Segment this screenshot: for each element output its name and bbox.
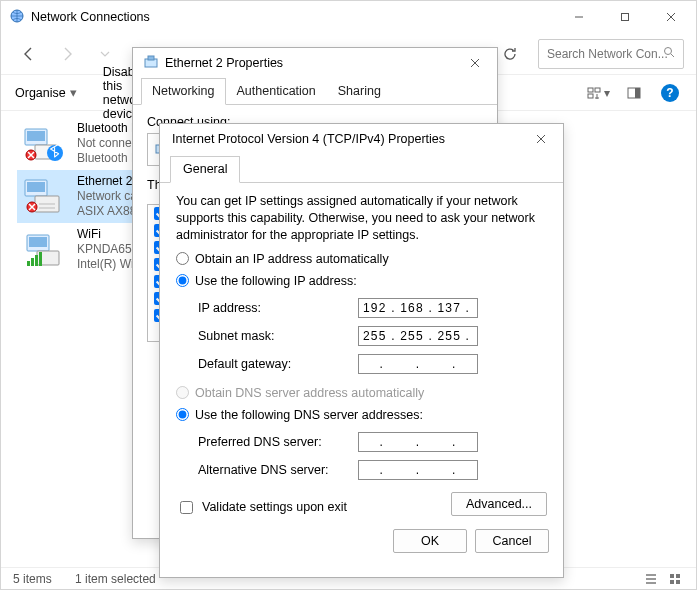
search-input[interactable]: Search Network Con... [538,39,684,69]
window-controls [556,1,694,33]
close-button[interactable] [525,125,557,153]
tab-sharing[interactable]: Sharing [327,78,392,104]
cancel-button[interactable]: Cancel [475,529,549,553]
default-gateway-label: Default gateway: [198,357,358,371]
radio-input[interactable] [176,408,189,421]
search-placeholder: Search Network Con... [547,47,668,61]
radio-input [176,386,189,399]
ip-fields: IP address: Subnet mask: Default gateway… [198,298,547,374]
svg-rect-27 [39,252,42,266]
svg-rect-28 [670,574,674,578]
bluetooth-adapter-icon [21,123,67,165]
radio-ip-auto[interactable]: Obtain an IP address automatically [176,252,547,266]
svg-rect-29 [676,574,680,578]
svg-rect-9 [588,94,593,98]
status-selected: 1 item selected [75,572,156,586]
default-gateway-input[interactable] [358,354,478,374]
radio-dns-auto: Obtain DNS server address automatically [176,386,547,400]
close-button[interactable] [459,49,491,77]
view-options-button[interactable]: ▾ [584,79,612,107]
adapter-icon [143,54,159,73]
large-icons-view-button[interactable] [666,570,684,588]
dialog-buttons: OK Cancel [160,529,563,563]
svg-rect-33 [148,56,154,60]
dialog-title: Internet Protocol Version 4 (TCP/IPv4) P… [172,132,445,146]
organise-button[interactable]: Organise ▾ [7,81,85,104]
minimize-button[interactable] [556,1,602,33]
radio-ip-manual[interactable]: Use the following IP address: [176,274,547,288]
svg-rect-18 [27,182,45,192]
svg-point-5 [665,48,672,55]
svg-rect-26 [35,255,38,266]
help-button[interactable]: ? [656,79,684,107]
wifi-adapter-icon [21,229,67,271]
ip-address-input[interactable] [358,298,478,318]
refresh-button[interactable] [494,38,526,70]
validate-checkbox[interactable] [180,501,193,514]
svg-rect-8 [595,88,600,92]
svg-rect-2 [622,14,629,21]
svg-rect-25 [31,258,34,266]
advanced-button[interactable]: Advanced... [451,492,547,516]
search-icon [663,46,675,61]
preferred-dns-label: Preferred DNS server: [198,435,358,449]
radio-dns-manual[interactable]: Use the following DNS server addresses: [176,408,547,422]
ipv4-properties-dialog: Internet Protocol Version 4 (TCP/IPv4) P… [159,123,564,578]
dialog-title: Ethernet 2 Properties [165,56,283,70]
titlebar: Network Connections [1,1,696,33]
tab-authentication[interactable]: Authentication [226,78,327,104]
preferred-dns-input[interactable] [358,432,478,452]
ethernet-adapter-icon [21,176,67,218]
alternate-dns-input[interactable] [358,460,478,480]
window-title: Network Connections [31,10,150,24]
svg-rect-22 [29,237,47,247]
svg-line-6 [671,54,674,57]
radio-input[interactable] [176,252,189,265]
dns-fields: Preferred DNS server: Alternative DNS se… [198,432,547,480]
disable-device-button[interactable]: Disable this network device [95,61,135,125]
app-icon [9,8,25,27]
alternate-dns-label: Alternative DNS server: [198,463,358,477]
chevron-down-icon: ▾ [70,85,77,100]
radio-input[interactable] [176,274,189,287]
svg-rect-13 [27,131,45,141]
preview-pane-button[interactable] [620,79,648,107]
tab-general[interactable]: General [170,156,240,183]
svg-rect-7 [588,88,593,92]
subnet-mask-input[interactable] [358,326,478,346]
status-item-count: 5 items [13,572,52,586]
ok-button[interactable]: OK [393,529,467,553]
tab-networking[interactable]: Networking [141,78,226,105]
chevron-down-icon: ▾ [604,86,610,100]
back-button[interactable] [13,38,45,70]
dialog-titlebar: Ethernet 2 Properties [133,48,497,78]
svg-rect-11 [635,88,640,98]
dialog-titlebar: Internet Protocol Version 4 (TCP/IPv4) P… [160,124,563,154]
maximize-button[interactable] [602,1,648,33]
validate-checkbox-row[interactable]: Validate settings upon exit [176,498,347,517]
subnet-mask-label: Subnet mask: [198,329,358,343]
dialog-tabs: Networking Authentication Sharing [133,78,497,105]
details-view-button[interactable] [642,570,660,588]
intro-text: You can get IP settings assigned automat… [176,193,547,244]
svg-rect-24 [27,261,30,266]
close-button[interactable] [648,1,694,33]
svg-rect-30 [670,580,674,584]
dialog-tabs: General [160,156,563,183]
ip-address-label: IP address: [198,301,358,315]
forward-button[interactable] [51,38,83,70]
svg-rect-31 [676,580,680,584]
